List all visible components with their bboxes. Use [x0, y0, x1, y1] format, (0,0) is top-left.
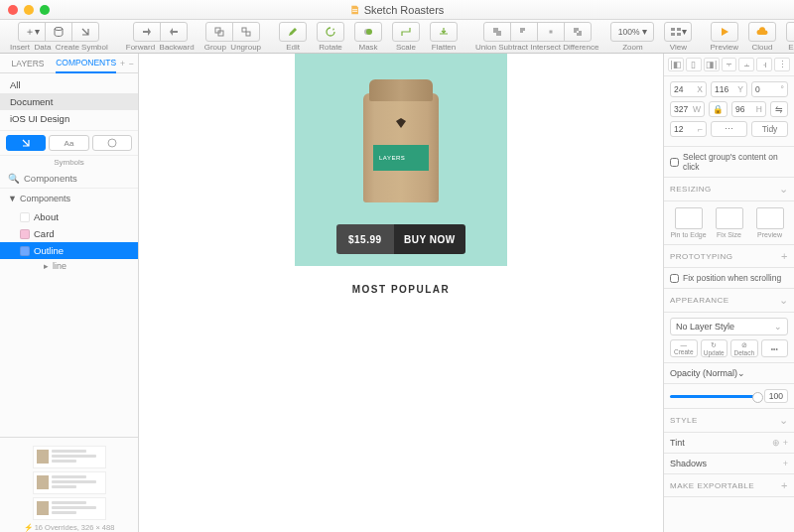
- style-header[interactable]: STYLE⌄: [664, 409, 794, 433]
- tidy-button[interactable]: Tidy: [751, 121, 788, 137]
- select-group-content[interactable]: [670, 158, 679, 167]
- lock-aspect[interactable]: 🔒: [709, 101, 728, 117]
- bag-logo-icon: [393, 115, 409, 131]
- mask-button[interactable]: [354, 22, 382, 42]
- union-button[interactable]: [483, 22, 511, 42]
- tab-components[interactable]: COMPONENTS: [56, 54, 116, 73]
- zoom-window[interactable]: [40, 5, 50, 15]
- appearance-header[interactable]: APPEARANCE⌄: [664, 289, 794, 313]
- component-preview: ⚡ 16 Overrides, 326 × 488: [0, 437, 138, 532]
- align-top[interactable]: ⫟: [722, 58, 737, 71]
- flip-h[interactable]: ⇋: [770, 101, 788, 117]
- close-window[interactable]: [8, 5, 18, 15]
- more-style[interactable]: •••: [761, 339, 789, 357]
- rotation-field[interactable]: 0°: [751, 81, 788, 97]
- svg-point-0: [55, 27, 63, 30]
- tree-header[interactable]: ▼ Components: [0, 189, 138, 208]
- buy-button[interactable]: BUY NOW: [394, 224, 465, 254]
- hero-section: LAYERS $15.99 BUY NOW: [295, 54, 507, 266]
- cloud-button[interactable]: [748, 22, 776, 42]
- filter-document[interactable]: Document: [0, 93, 138, 110]
- create-symbol-button[interactable]: [71, 22, 99, 42]
- svg-point-6: [366, 29, 372, 35]
- distribute[interactable]: ⋮: [774, 58, 790, 71]
- zoom-field[interactable]: 100% ▾: [610, 22, 654, 42]
- detach-style[interactable]: ⊘Detach: [730, 339, 758, 357]
- h-field[interactable]: 96H: [731, 101, 766, 117]
- flatten-button[interactable]: [430, 22, 458, 42]
- edit-button[interactable]: [279, 22, 307, 42]
- scale-button[interactable]: [392, 22, 420, 42]
- svg-rect-8: [671, 28, 675, 31]
- backward-button[interactable]: [160, 22, 188, 42]
- minimize-window[interactable]: [24, 5, 34, 15]
- preview-button[interactable]: [711, 22, 738, 42]
- data-button[interactable]: [45, 22, 72, 42]
- resizing-header[interactable]: RESIZING⌄: [664, 178, 794, 201]
- add-icon[interactable]: +: [120, 59, 125, 68]
- rotate-button[interactable]: [317, 22, 344, 42]
- resize-preview[interactable]: Preview: [751, 207, 788, 238]
- layer-style-select[interactable]: No Layer Style: [670, 318, 788, 335]
- artboard[interactable]: LAYERS $15.99 BUY NOW MOST POPULAR: [295, 54, 507, 532]
- bag-label: LAYERS: [373, 145, 429, 171]
- product-bag: LAYERS: [363, 93, 439, 202]
- component-child[interactable]: ▸line: [0, 259, 138, 273]
- pin-edge[interactable]: Pin to Edge: [670, 207, 707, 238]
- forward-button[interactable]: [133, 22, 161, 42]
- export-header[interactable]: MAKE EXPORTABLE+: [664, 474, 794, 497]
- tab-layers[interactable]: LAYERS: [0, 54, 56, 72]
- canvas[interactable]: LAYERS $15.99 BUY NOW MOST POPULAR: [139, 54, 663, 532]
- align-right[interactable]: ◨|: [704, 58, 720, 71]
- filter-all[interactable]: All: [0, 76, 138, 93]
- svg-rect-3: [242, 28, 246, 32]
- intersect-button[interactable]: [537, 22, 565, 42]
- toolbar: ＋▾ Insert Data Create Symbol Forward Bac…: [0, 20, 794, 54]
- left-sidebar: LAYERS COMPONENTS +− All Document iOS UI…: [0, 54, 139, 532]
- export-button[interactable]: [786, 22, 794, 42]
- subtract-button[interactable]: [510, 22, 538, 42]
- layer-styles-action[interactable]: [92, 135, 132, 151]
- create-style[interactable]: —Create: [670, 339, 698, 357]
- component-about[interactable]: About: [0, 208, 138, 225]
- fix-size[interactable]: Fix Size: [711, 207, 747, 238]
- component-card[interactable]: Card: [0, 225, 138, 242]
- svg-rect-10: [671, 33, 675, 36]
- opacity-value[interactable]: 100: [764, 389, 788, 403]
- group-button[interactable]: [205, 22, 233, 42]
- tint-row[interactable]: Tint⊕ +: [664, 433, 794, 454]
- collapse-icon[interactable]: −: [129, 59, 134, 68]
- text-styles-action[interactable]: Aa: [49, 135, 88, 151]
- symbols-action[interactable]: [6, 135, 46, 151]
- view-button[interactable]: ▾: [664, 22, 692, 42]
- y-field[interactable]: 116Y: [711, 81, 747, 97]
- opacity-slider[interactable]: [670, 395, 759, 398]
- shadows-row[interactable]: Shadows+: [664, 454, 794, 474]
- window-title: Sketch Roasters: [350, 4, 445, 16]
- inspector: |◧ ▯ ◨| ⫟ ⫠ ⫞ ⋮ 24X 116Y 0° 327W 🔒 96H ⇋…: [663, 54, 794, 532]
- align-hcenter[interactable]: ▯: [686, 58, 702, 71]
- price-label: $15.99: [336, 224, 394, 254]
- svg-rect-7: [549, 30, 552, 33]
- corner-options[interactable]: ⋯: [711, 121, 747, 137]
- search-components[interactable]: [24, 173, 149, 184]
- cta-bar: $15.99 BUY NOW: [336, 224, 465, 254]
- align-left[interactable]: |◧: [668, 58, 684, 71]
- update-style[interactable]: ↻Update: [701, 339, 728, 357]
- search-icon: 🔍: [8, 173, 20, 184]
- insert-button[interactable]: ＋▾: [18, 22, 46, 42]
- filter-ios[interactable]: iOS UI Design: [0, 110, 138, 127]
- section-title: MOST POPULAR: [295, 266, 507, 313]
- align-vcenter[interactable]: ⫠: [738, 58, 754, 71]
- prototyping-header[interactable]: PROTOTYPING+: [664, 245, 794, 268]
- ungroup-button[interactable]: [232, 22, 260, 42]
- align-bottom[interactable]: ⫞: [756, 58, 772, 71]
- svg-rect-9: [677, 28, 681, 31]
- x-field[interactable]: 24X: [670, 81, 707, 97]
- component-outline[interactable]: Outline: [0, 242, 138, 259]
- corner-field[interactable]: 12⌐: [670, 121, 707, 137]
- difference-button[interactable]: [564, 22, 592, 42]
- fix-position-scroll[interactable]: [670, 274, 679, 283]
- symbols-label: Symbols: [0, 156, 138, 169]
- w-field[interactable]: 327W: [670, 101, 705, 117]
